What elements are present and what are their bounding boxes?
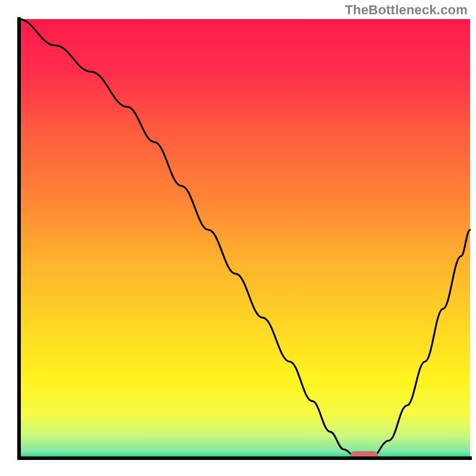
plot-background [19, 19, 470, 458]
bottleneck-chart: TheBottleneck.com [0, 0, 476, 476]
watermark-label: TheBottleneck.com [345, 2, 468, 18]
chart-svg [0, 0, 476, 476]
